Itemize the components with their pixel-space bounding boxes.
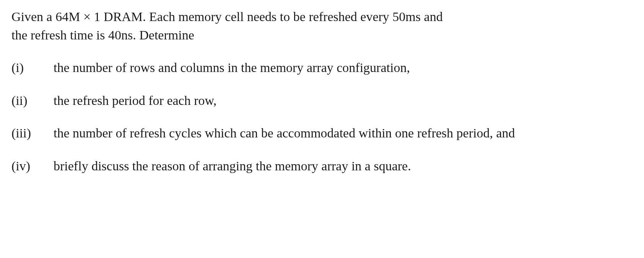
question-label-iii: (iii): [11, 124, 54, 142]
question-item: (iii) the number of refresh cycles which…: [11, 124, 633, 142]
question-text-ii: the refresh period for each row,: [54, 91, 633, 110]
question-label-iv: (iv): [11, 157, 54, 175]
question-text-iii: the number of refresh cycles which can b…: [54, 124, 633, 142]
question-item: (ii) the refresh period for each row,: [11, 91, 633, 110]
question-item: (iv) briefly discuss the reason of arran…: [11, 157, 633, 175]
question-label-i: (i): [11, 59, 54, 77]
question-label-ii: (ii): [11, 91, 54, 110]
problem-statement: Given a 64M × 1 DRAM. Each memory cell n…: [11, 8, 633, 44]
intro-line-2: the refresh time is 40ns. Determine: [11, 26, 633, 44]
question-item: (i) the number of rows and columns in th…: [11, 59, 633, 77]
question-text-i: the number of rows and columns in the me…: [54, 59, 633, 77]
intro-line-1: Given a 64M × 1 DRAM. Each memory cell n…: [11, 8, 633, 26]
question-text-iv: briefly discuss the reason of arranging …: [54, 157, 633, 175]
